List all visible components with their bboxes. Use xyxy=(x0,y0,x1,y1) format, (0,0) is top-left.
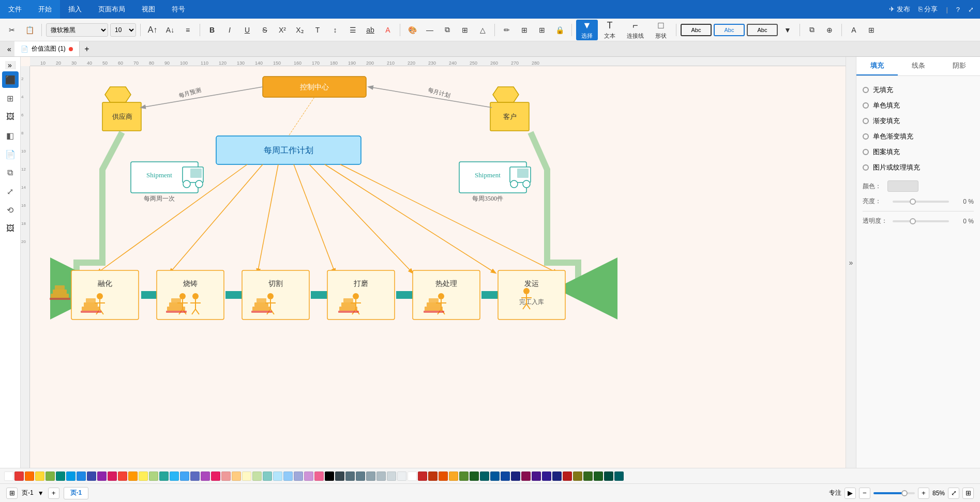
menu-home[interactable]: 开始 xyxy=(30,0,60,19)
play-btn[interactable]: ▶ xyxy=(845,488,856,499)
fill-gradient-option[interactable]: 渐变填充 xyxy=(863,113,974,129)
tab-nav-left[interactable]: « xyxy=(4,45,14,53)
bold-btn[interactable]: B xyxy=(204,22,220,38)
fill-pattern-radio[interactable] xyxy=(863,149,869,155)
frame-btn[interactable]: ⊞ xyxy=(6,488,18,499)
palette-color[interactable] xyxy=(201,471,210,481)
arrange-btn[interactable]: ⧉ xyxy=(440,22,455,38)
grid-btn[interactable]: ⊞ xyxy=(534,22,550,38)
palette-color[interactable] xyxy=(480,471,489,481)
palette-color[interactable] xyxy=(501,471,510,481)
add-tab-btn[interactable]: + xyxy=(80,42,94,56)
eraser-btn[interactable]: ⊞ xyxy=(517,22,532,38)
palette-color[interactable] xyxy=(211,471,220,481)
align-btn[interactable]: ≡ xyxy=(180,22,195,38)
italic-btn[interactable]: I xyxy=(222,22,237,38)
underline-btn[interactable]: U xyxy=(239,22,255,38)
link-sidebar-btn[interactable]: ⧉ xyxy=(2,164,19,181)
palette-color[interactable] xyxy=(459,471,469,481)
transparency-track[interactable] xyxy=(893,220,949,222)
share-btn[interactable]: ⎘ 分享 xyxy=(918,5,938,14)
font-size-inc-btn[interactable]: A↑ xyxy=(145,22,160,38)
fill-gradient-radio[interactable] xyxy=(863,118,869,124)
palette-color[interactable] xyxy=(490,471,500,481)
menu-insert[interactable]: 插入 xyxy=(60,0,90,19)
palette-color[interactable] xyxy=(139,471,148,481)
palette-color[interactable] xyxy=(108,471,117,481)
color-picker[interactable] xyxy=(887,180,918,192)
palette-color[interactable] xyxy=(604,471,613,481)
fill-solid-radio[interactable] xyxy=(863,102,869,109)
palette-color[interactable] xyxy=(221,471,231,481)
palette-color[interactable] xyxy=(263,471,272,481)
palette-color[interactable] xyxy=(4,471,13,481)
palette-color[interactable] xyxy=(439,471,448,481)
shadow-tab[interactable]: 阴影 xyxy=(939,57,980,75)
style-preset-2[interactable]: Abc xyxy=(714,24,745,36)
brightness-thumb[interactable] xyxy=(910,199,916,205)
palette-color[interactable] xyxy=(232,471,241,481)
fill-mono-gradient-radio[interactable] xyxy=(863,133,869,140)
font-color-btn[interactable]: A xyxy=(380,22,396,38)
palette-color[interactable] xyxy=(190,471,200,481)
palette-color[interactable] xyxy=(376,471,386,481)
palette-color[interactable] xyxy=(511,471,520,481)
fill-tab[interactable]: 填充 xyxy=(856,57,898,75)
font-size-dec-btn[interactable]: A↓ xyxy=(162,22,178,38)
palette-color[interactable] xyxy=(335,471,344,481)
paste-btn[interactable]: 📋 xyxy=(22,22,37,38)
font-family-select[interactable]: 微软雅黑 xyxy=(46,23,108,37)
doc-sidebar-btn[interactable]: 📄 xyxy=(2,146,19,162)
resize-sidebar-btn[interactable]: ⤢ xyxy=(2,183,19,200)
menu-page-layout[interactable]: 页面布局 xyxy=(90,0,133,19)
palette-color[interactable] xyxy=(345,471,355,481)
image-sidebar-btn[interactable]: 🖼 xyxy=(2,109,19,125)
zoom-in-btn[interactable]: + xyxy=(918,488,929,499)
fill-image-option[interactable]: 图片或纹理填充 xyxy=(863,160,974,175)
palette-color[interactable] xyxy=(563,471,572,481)
help-btn[interactable]: ? xyxy=(956,6,960,13)
shadow-btn[interactable]: △ xyxy=(475,22,490,38)
more-btn[interactable]: ⊞ xyxy=(864,22,879,38)
lock-btn[interactable]: 🔒 xyxy=(552,22,567,38)
palette-color[interactable] xyxy=(521,471,531,481)
expand-btn[interactable]: ⤢ xyxy=(968,6,974,13)
pen-btn[interactable]: ✏ xyxy=(499,22,515,38)
font-size-select[interactable]: 10 xyxy=(110,23,136,37)
arrange2-btn[interactable]: ⧉ xyxy=(804,22,820,38)
palette-color[interactable] xyxy=(366,471,375,481)
image2-sidebar-btn[interactable]: 🖼 xyxy=(2,220,19,237)
strikethrough-btn[interactable]: S xyxy=(257,22,273,38)
brightness-track[interactable] xyxy=(893,201,949,203)
line-height-btn[interactable]: ↕ xyxy=(327,22,343,38)
extra-btn[interactable]: ⊕ xyxy=(822,22,837,38)
zoom-slider[interactable] xyxy=(873,492,915,494)
zoom-out-btn[interactable]: − xyxy=(859,488,870,499)
subscript-btn[interactable]: X₂ xyxy=(292,22,308,38)
palette-color[interactable] xyxy=(180,471,189,481)
palette-color[interactable] xyxy=(252,471,262,481)
palette-color[interactable] xyxy=(532,471,541,481)
style-preset-3[interactable]: Abc xyxy=(747,24,778,36)
fill-sidebar-btn[interactable]: ⬛ xyxy=(2,71,19,88)
history-sidebar-btn[interactable]: ⟲ xyxy=(2,202,19,218)
fill-mono-gradient-option[interactable]: 单色渐变填充 xyxy=(863,129,974,144)
group-btn[interactable]: ⊞ xyxy=(457,22,473,38)
list-btn[interactable]: ☰ xyxy=(345,22,360,38)
canvas-area[interactable]: 10 20 30 40 50 60 70 80 90 100 110 120 1… xyxy=(21,57,846,468)
palette-color[interactable] xyxy=(14,471,24,481)
fit-btn[interactable]: ⤢ xyxy=(948,488,959,499)
superscript-btn[interactable]: X² xyxy=(275,22,290,38)
palette-color[interactable] xyxy=(470,471,479,481)
text-format-btn[interactable]: T xyxy=(310,22,325,38)
palette-color[interactable] xyxy=(387,471,396,481)
paint-btn[interactable]: A xyxy=(846,22,862,38)
palette-color[interactable] xyxy=(159,471,169,481)
line-style-btn[interactable]: ― xyxy=(422,22,438,38)
palette-color[interactable] xyxy=(46,471,55,481)
palette-color[interactable] xyxy=(314,471,324,481)
palette-color[interactable] xyxy=(87,471,96,481)
zoom-thumb[interactable] xyxy=(901,490,908,496)
page-1-tab[interactable]: 页-1 xyxy=(64,487,89,499)
palette-color[interactable] xyxy=(304,471,313,481)
